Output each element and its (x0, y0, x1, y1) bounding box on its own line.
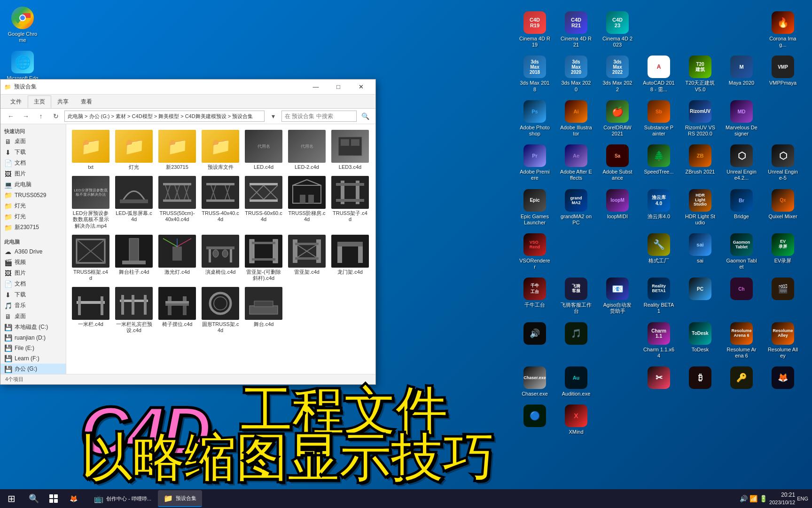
sidebar-item-new230715[interactable]: 📁 新230715 (0, 222, 66, 233)
file-item-trusshouse[interactable]: TRUSS阶梯房.c4d (286, 174, 328, 231)
sidebar-item-e-drive[interactable]: 💾 File (E:) (0, 343, 66, 353)
taskbar-app-bilibili[interactable]: 📺 创作中心 - 哔哩哔... (88, 490, 157, 507)
desktop-icon-vso[interactable]: VSORend VSORenderer (517, 231, 553, 272)
file-item-stage-pillar[interactable]: 舞台柱子.c4d (113, 233, 155, 283)
desktop-icon-gaomon[interactable]: GaomonTablet Gaomon Tablet (724, 231, 759, 272)
desktop-icon-resolume6[interactable]: ResolumeArena 6 Resolume Arena 6 (724, 320, 759, 361)
desktop-icon-resolumeally[interactable]: ResolumeAlley Resolume Alley (765, 320, 801, 361)
file-item-gate[interactable]: 龙门架.c4d (329, 233, 371, 283)
desktop-icon-maya[interactable]: M Maya 2020 (724, 54, 759, 94)
sidebar-item-thispc[interactable]: 💻 此电脑 (0, 179, 66, 190)
desktop-icon-corona[interactable]: 🔥 Corona Imag... (765, 9, 801, 50)
sidebar-item-f-drive[interactable]: 💾 Learn (F:) (0, 353, 66, 364)
desktop-icon-charm-x64[interactable]: Charm1.1 Charm 1.1.x64 (641, 320, 677, 361)
desktop-icon-xmind[interactable]: X XMind (558, 403, 594, 437)
ribbon-tab-view[interactable]: 查看 (75, 95, 98, 108)
refresh-button[interactable]: ↻ (49, 111, 62, 122)
desktop-icon-chaser[interactable]: Chaser.exe Chaser.exe (517, 365, 553, 399)
desktop-icon-misc4[interactable]: ₿ (682, 365, 718, 399)
desktop-icon-aftereffects[interactable]: Ae Adobe After Effects (558, 143, 594, 183)
file-item-truss60[interactable]: TRUSS-60x60.c4d (243, 174, 284, 231)
start-button[interactable]: ⊞ (0, 489, 23, 508)
file-item-barrier[interactable]: 一米栏.c4d (70, 285, 111, 335)
desktop-icon-corel[interactable]: 🍎 CorelDRAW 2021 (600, 98, 635, 139)
taskbar-search-button[interactable]: 🔍 (24, 489, 43, 508)
ribbon-tab-share[interactable]: 共享 (51, 95, 75, 108)
desktop-icon-sai[interactable]: sai sai (682, 231, 718, 272)
desktop-icon-todesk[interactable]: ToDesk ToDesk (682, 320, 718, 361)
desktop-icon-capcut[interactable]: ✂ (641, 365, 677, 399)
desktop-icon-vmpp[interactable]: VMP VMPPmaya (765, 54, 801, 94)
file-item-trussframe2[interactable]: TRUSS架子.c4d (329, 174, 371, 231)
desktop-icon-grandma[interactable]: grandMA2 grandMA2 onPC (558, 187, 594, 228)
sidebar-item-pics[interactable]: 🖼 图片 (0, 168, 66, 179)
close-button[interactable]: ✕ (350, 79, 372, 95)
file-item-leiya-slope[interactable]: 雷亚架-(可删除斜杆).c4d (243, 233, 284, 283)
desktop-icon-speedtree[interactable]: 🌲 SpeedTree... (641, 143, 677, 183)
desktop-icon-yun[interactable]: 渔云库4.0 渔云库4.0 (641, 187, 677, 228)
desktop-icon-quixel[interactable]: Qx Quixel Mixer (765, 187, 801, 228)
desktop-icon-misc3[interactable]: 🎵 (558, 320, 594, 361)
desktop-icon-adobesubstance[interactable]: Sa Adobe Substance (600, 143, 635, 183)
sidebar-item-documents[interactable]: 📄 文档 (0, 278, 66, 289)
up-button[interactable]: ↑ (34, 111, 47, 122)
desktop-icon-agiso[interactable]: 📧 Agiso自动发货助手 (600, 276, 635, 316)
desktop-icon-chrome[interactable]: Google Chrome (5, 5, 40, 45)
sidebar-item-docs[interactable]: 📄 文档 (0, 158, 66, 168)
file-item-led2[interactable]: 代用名 LED-2.c4d (286, 128, 328, 172)
desktop-icon-substance[interactable]: Sb Substance Painter (641, 98, 677, 139)
desktop-icon-3dsmax2020[interactable]: 3dsMax2020 3ds Max 2020 (558, 54, 594, 94)
sidebar-item-a360[interactable]: ☁ A360 Drive (0, 246, 66, 257)
file-item-led1[interactable]: 代用名 LED.c4d (243, 128, 284, 172)
desktop-icon-pc2[interactable]: PC (682, 276, 718, 316)
desktop-icon-loopmidi[interactable]: loopM loopMIDI (600, 187, 635, 228)
desktop-icon-zbrush[interactable]: ZB ZBrush 2021 (682, 143, 718, 183)
desktop-icon-misc7[interactable]: 🔵 (517, 403, 553, 437)
search-input[interactable] (281, 111, 357, 122)
file-item-led3[interactable]: LED3.c4d (329, 128, 371, 172)
desktop-icon-premiere[interactable]: Pr Adobe Premiere (517, 143, 553, 183)
desktop-icon-3dsmax2022[interactable]: 3dsMax2022 3ds Max 2022 (600, 54, 635, 94)
address-path[interactable]: 此电脑 > 办公 (G:) > 素材 > C4D模型 > 舞美模型 > C4D舞… (64, 111, 265, 122)
sidebar-item-desktop[interactable]: 🖥 桌面 (0, 136, 66, 147)
sidebar-item-download[interactable]: ⬇ 下载 (0, 147, 66, 158)
sidebar-item-light2[interactable]: 📁 灯光 (0, 211, 66, 222)
sidebar-item-d-drive[interactable]: 💾 ruanjian (D:) (0, 333, 66, 343)
desktop-icon-rizom[interactable]: RizomUV RizomUV VS RS 2020.0 (682, 98, 718, 139)
desktop-icon-autocad[interactable]: A AutoCAD 2018 - 需... (641, 54, 677, 94)
minimize-button[interactable]: — (305, 79, 327, 95)
desktop-icon-feiqike[interactable]: 飞骑客服 飞骑客服工作台 (558, 276, 594, 316)
file-item-barrier-post[interactable]: 一米栏礼宾拦预设.c4d (113, 285, 155, 335)
desktop-icon-geshi[interactable]: 🔧 格式工厂 (641, 231, 677, 272)
file-item-txt[interactable]: txt (70, 128, 111, 172)
taskbar-taskview-button[interactable] (44, 489, 63, 508)
file-item-ledvideo[interactable]: LED分屏预设参数底板不显示解决办法 LED分屏预设参数数底板不显示解决办法.m… (70, 174, 111, 231)
desktop-icon-t20[interactable]: T20建筑 T20天正建筑 V5.0 (682, 54, 718, 94)
sidebar-item-g-drive[interactable]: 💾 办公 (G:) (0, 364, 66, 374)
search-button[interactable]: 🔍 (359, 111, 372, 122)
maximize-button[interactable]: □ (328, 79, 349, 95)
sidebar-item-desktop2[interactable]: 🖥 桌面 (0, 311, 66, 322)
file-item-truss50[interactable]: TRUSS(50cm)-40x40.c4d (156, 174, 198, 231)
desktop-icon-3dsmax2018[interactable]: 3dsMax2018 3ds Max 2018 (517, 54, 553, 94)
file-item-laser[interactable]: 激光灯.c4d (156, 233, 198, 283)
file-item-truss40[interactable]: TRUSS-40x40.c4d (200, 174, 241, 231)
desktop-icon-c4dr19[interactable]: C4DR19 Cinema 4D R19 (517, 9, 553, 50)
sidebar-item-music[interactable]: 🎵 音乐 (0, 300, 66, 311)
file-item-light[interactable]: 灯光 (113, 128, 155, 172)
desktop-icon-photoshop[interactable]: Ps Adobe Photoshop (517, 98, 553, 139)
desktop-icon-misc1[interactable]: 🎬 (765, 276, 801, 316)
file-item-presetlib[interactable]: 预设库文件 (200, 128, 241, 172)
sidebar-item-video[interactable]: 🎬 视频 (0, 257, 66, 268)
desktop-icon-unreal5[interactable]: ⬡ Unreal Engine-5 (765, 143, 801, 183)
taskbar-icon-extra[interactable]: 🦊 (64, 489, 83, 508)
sidebar-item-light1[interactable]: 📁 灯光 (0, 200, 66, 211)
desktop-icon-illustrator[interactable]: Ai Adobe Illustrator (558, 98, 594, 139)
file-item-stage[interactable]: 舞台.c4d (243, 285, 284, 335)
sidebar-item-pictures[interactable]: 🖼 图片 (0, 268, 66, 278)
forward-button[interactable]: → (19, 111, 32, 122)
desktop-icon-audition[interactable]: Au Audition.exe (558, 365, 594, 399)
desktop-icon-unreal4[interactable]: ⬡ Unreal Engine4.2... (724, 143, 759, 183)
sidebar-item-downloads[interactable]: ⬇ 下载 (0, 289, 66, 300)
desktop-icon-charm2[interactable]: Ch (724, 276, 759, 316)
